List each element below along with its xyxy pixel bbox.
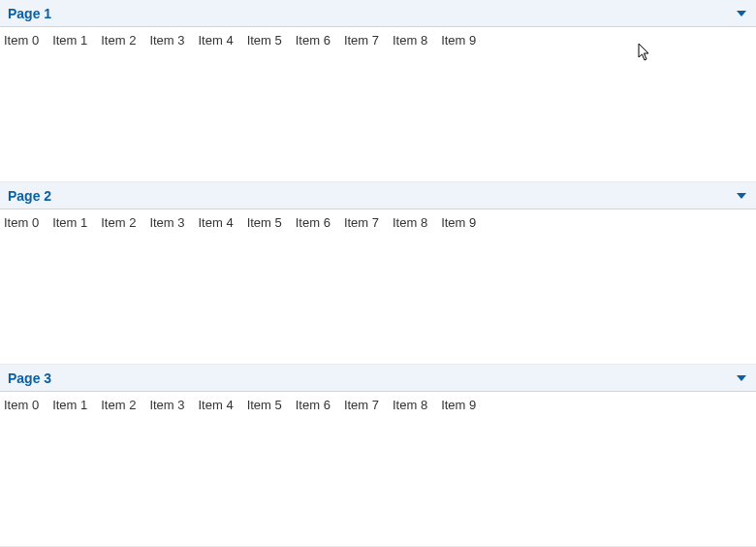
panel-title: Page 2 bbox=[8, 188, 51, 204]
chevron-down-icon[interactable] bbox=[735, 7, 748, 20]
panel-title: Page 3 bbox=[8, 370, 51, 386]
list-item[interactable]: Item 0 bbox=[4, 215, 39, 230]
list-item[interactable]: Item 1 bbox=[52, 215, 87, 230]
panel-body-3: Item 0 Item 1 Item 2 Item 3 Item 4 Item … bbox=[0, 392, 756, 418]
list-item[interactable]: Item 0 bbox=[4, 33, 39, 48]
list-item[interactable]: Item 5 bbox=[247, 215, 282, 230]
list-item[interactable]: Item 3 bbox=[149, 33, 184, 48]
list-item[interactable]: Item 1 bbox=[52, 33, 87, 48]
list-item[interactable]: Item 3 bbox=[149, 215, 184, 230]
list-item[interactable]: Item 0 bbox=[4, 398, 39, 412]
panel-body-2: Item 0 Item 1 Item 2 Item 3 Item 4 Item … bbox=[0, 209, 756, 236]
list-item[interactable]: Item 8 bbox=[393, 398, 427, 412]
list-item[interactable]: Item 7 bbox=[344, 33, 379, 48]
list-item[interactable]: Item 5 bbox=[247, 398, 282, 412]
list-item[interactable]: Item 2 bbox=[101, 215, 136, 230]
panel-body-1: Item 0 Item 1 Item 2 Item 3 Item 4 Item … bbox=[0, 27, 756, 53]
list-item[interactable]: Item 7 bbox=[344, 215, 379, 230]
item-row: Item 0 Item 1 Item 2 Item 3 Item 4 Item … bbox=[4, 215, 752, 230]
panel-header-1[interactable]: Page 1 bbox=[0, 0, 756, 27]
list-item[interactable]: Item 2 bbox=[101, 398, 136, 412]
list-item[interactable]: Item 4 bbox=[199, 398, 234, 412]
list-item[interactable]: Item 1 bbox=[52, 398, 87, 412]
accordion-panel-2: Page 2 Item 0 Item 1 Item 2 Item 3 Item … bbox=[0, 182, 756, 365]
item-row: Item 0 Item 1 Item 2 Item 3 Item 4 Item … bbox=[4, 33, 752, 48]
chevron-down-icon[interactable] bbox=[735, 371, 748, 385]
chevron-down-icon[interactable] bbox=[735, 189, 748, 203]
list-item[interactable]: Item 7 bbox=[344, 398, 379, 412]
panel-header-3[interactable]: Page 3 bbox=[0, 365, 756, 392]
list-item[interactable]: Item 9 bbox=[441, 215, 476, 230]
list-item[interactable]: Item 6 bbox=[296, 33, 331, 48]
list-item[interactable]: Item 9 bbox=[441, 398, 476, 412]
panel-title: Page 1 bbox=[8, 6, 51, 21]
list-item[interactable]: Item 8 bbox=[393, 215, 427, 230]
list-item[interactable]: Item 6 bbox=[296, 398, 331, 412]
panel-header-2[interactable]: Page 2 bbox=[0, 182, 756, 209]
list-item[interactable]: Item 5 bbox=[247, 33, 282, 48]
item-row: Item 0 Item 1 Item 2 Item 3 Item 4 Item … bbox=[4, 398, 752, 412]
accordion-panel-1: Page 1 Item 0 Item 1 Item 2 Item 3 Item … bbox=[0, 0, 756, 182]
list-item[interactable]: Item 4 bbox=[199, 215, 234, 230]
accordion-panel-3: Page 3 Item 0 Item 1 Item 2 Item 3 Item … bbox=[0, 365, 756, 547]
list-item[interactable]: Item 2 bbox=[101, 33, 136, 48]
list-item[interactable]: Item 4 bbox=[199, 33, 234, 48]
list-item[interactable]: Item 8 bbox=[393, 33, 427, 48]
list-item[interactable]: Item 3 bbox=[149, 398, 184, 412]
list-item[interactable]: Item 6 bbox=[296, 215, 331, 230]
list-item[interactable]: Item 9 bbox=[441, 33, 476, 48]
